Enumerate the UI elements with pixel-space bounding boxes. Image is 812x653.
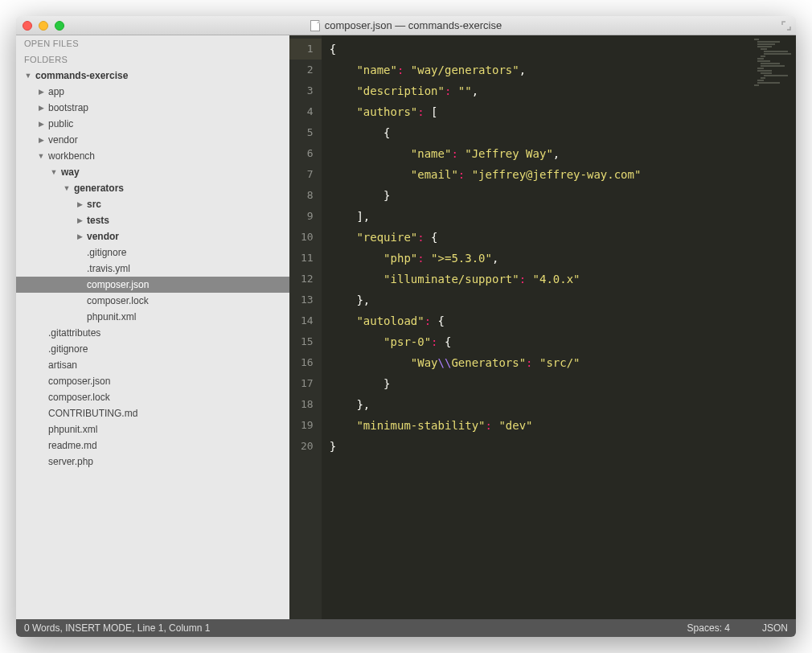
folder-item-bootstrap[interactable]: ▶bootstrap bbox=[16, 100, 289, 116]
code-line[interactable]: } bbox=[330, 436, 796, 457]
folder-item-way[interactable]: ▼way bbox=[16, 164, 289, 180]
tree-item-label: .gitignore bbox=[87, 247, 126, 258]
sidebar[interactable]: OPEN FILES FOLDERS ▼commands-exercise▶ap… bbox=[16, 35, 289, 619]
code-line[interactable]: }, bbox=[330, 394, 796, 415]
file-item--travis-yml[interactable]: .travis.yml bbox=[16, 261, 289, 277]
line-number[interactable]: 14 bbox=[301, 310, 314, 331]
code-line[interactable]: "illuminate/support": "4.0.x" bbox=[330, 269, 796, 290]
folder-item-src[interactable]: ▶src bbox=[16, 196, 289, 212]
line-number[interactable]: 3 bbox=[301, 80, 314, 101]
chevron-down-icon[interactable]: ▼ bbox=[24, 72, 32, 80]
folders-header: FOLDERS bbox=[16, 51, 289, 68]
line-gutter[interactable]: 1234567891011121314151617181920 bbox=[289, 35, 322, 619]
chevron-down-icon[interactable]: ▼ bbox=[50, 168, 58, 176]
code-area[interactable]: { "name": "way/generators", "description… bbox=[322, 35, 796, 619]
folder-item-commands-exercise[interactable]: ▼commands-exercise bbox=[16, 68, 289, 84]
file-item--gitignore[interactable]: .gitignore bbox=[16, 341, 289, 357]
code-line[interactable]: "autoload": { bbox=[330, 310, 796, 331]
code-line[interactable]: "name": "way/generators", bbox=[330, 60, 796, 80]
line-number[interactable]: 15 bbox=[301, 331, 314, 352]
code-line[interactable]: { bbox=[330, 39, 796, 60]
line-number[interactable]: 12 bbox=[301, 269, 314, 290]
tree-item-label: way bbox=[61, 166, 80, 178]
file-icon bbox=[310, 20, 320, 31]
line-number[interactable]: 16 bbox=[301, 352, 314, 373]
folder-item-vendor[interactable]: ▶vendor bbox=[16, 228, 289, 244]
tree-item-label: vendor bbox=[48, 134, 78, 146]
close-window-button[interactable] bbox=[23, 21, 32, 31]
chevron-right-icon[interactable]: ▶ bbox=[76, 232, 84, 240]
tree-item-label: .gitignore bbox=[48, 343, 88, 355]
chevron-down-icon[interactable]: ▼ bbox=[37, 152, 45, 160]
line-number[interactable]: 8 bbox=[301, 185, 314, 206]
line-number[interactable]: 13 bbox=[301, 290, 314, 310]
file-item-readme-md[interactable]: readme.md bbox=[16, 437, 289, 454]
line-number[interactable]: 4 bbox=[301, 101, 314, 122]
code-line[interactable]: "require": { bbox=[330, 227, 796, 248]
folder-item-public[interactable]: ▶public bbox=[16, 116, 289, 132]
file-item-composer-lock[interactable]: composer.lock bbox=[16, 293, 289, 309]
line-number[interactable]: 5 bbox=[301, 122, 314, 143]
file-item-phpunit-xml[interactable]: phpunit.xml bbox=[16, 309, 289, 325]
file-item-contributing-md[interactable]: CONTRIBUTING.md bbox=[16, 405, 289, 421]
file-item-composer-json[interactable]: composer.json bbox=[16, 277, 289, 293]
line-number[interactable]: 10 bbox=[301, 227, 314, 248]
minimap[interactable] bbox=[754, 39, 793, 103]
code-line[interactable]: "php": ">=5.3.0", bbox=[330, 248, 796, 269]
tree-item-label: generators bbox=[74, 183, 124, 194]
file-item--gitattributes[interactable]: .gitattributes bbox=[16, 325, 289, 341]
file-item-composer-json[interactable]: composer.json bbox=[16, 373, 289, 389]
code-line[interactable]: "email": "jeffrey@jeffrey-way.com" bbox=[330, 164, 796, 185]
code-line[interactable]: "description": "", bbox=[330, 80, 796, 101]
tree-item-label: src bbox=[87, 199, 101, 210]
chevron-right-icon[interactable]: ▶ bbox=[76, 200, 84, 208]
code-line[interactable]: } bbox=[330, 373, 796, 394]
expand-icon[interactable] bbox=[781, 21, 791, 31]
code-line[interactable]: "minimum-stability": "dev" bbox=[330, 415, 796, 436]
line-number[interactable]: 19 bbox=[301, 415, 314, 436]
status-syntax[interactable]: JSON bbox=[762, 622, 788, 634]
chevron-right-icon[interactable]: ▶ bbox=[37, 88, 45, 96]
line-number[interactable]: 9 bbox=[301, 206, 314, 227]
code-line[interactable]: } bbox=[330, 185, 796, 206]
minimize-window-button[interactable] bbox=[39, 21, 48, 31]
line-number[interactable]: 6 bbox=[301, 143, 314, 164]
code-line[interactable]: "authors": [ bbox=[330, 101, 796, 122]
chevron-right-icon[interactable]: ▶ bbox=[37, 136, 45, 144]
line-number[interactable]: 11 bbox=[301, 248, 314, 269]
folder-item-tests[interactable]: ▶tests bbox=[16, 212, 289, 228]
folder-item-generators[interactable]: ▼generators bbox=[16, 180, 289, 196]
line-number[interactable]: 7 bbox=[301, 164, 314, 185]
editor-window: composer.json — commands-exercise OPEN F… bbox=[16, 16, 796, 637]
tree-item-label: artisan bbox=[48, 359, 77, 371]
file-item-composer-lock[interactable]: composer.lock bbox=[16, 389, 289, 405]
code-line[interactable]: { bbox=[330, 122, 796, 143]
chevron-right-icon[interactable]: ▶ bbox=[76, 216, 84, 224]
titlebar[interactable]: composer.json — commands-exercise bbox=[16, 16, 796, 35]
folder-item-workbench[interactable]: ▼workbench bbox=[16, 148, 289, 164]
file-item-server-php[interactable]: server.php bbox=[16, 454, 289, 470]
status-indent[interactable]: Spaces: 4 bbox=[687, 622, 730, 634]
folder-item-vendor[interactable]: ▶vendor bbox=[16, 132, 289, 148]
code-line[interactable]: "psr-0": { bbox=[330, 331, 796, 352]
file-item--gitignore[interactable]: .gitignore bbox=[16, 244, 289, 261]
status-left[interactable]: 0 Words, INSERT MODE, Line 1, Column 1 bbox=[24, 622, 210, 634]
code-editor[interactable]: 1234567891011121314151617181920 { "name"… bbox=[289, 35, 796, 619]
line-number[interactable]: 2 bbox=[301, 60, 314, 80]
code-line[interactable]: }, bbox=[330, 290, 796, 310]
code-line[interactable]: ], bbox=[330, 206, 796, 227]
zoom-window-button[interactable] bbox=[55, 21, 64, 31]
chevron-right-icon[interactable]: ▶ bbox=[37, 104, 45, 112]
line-number[interactable]: 1 bbox=[289, 39, 322, 60]
line-number[interactable]: 18 bbox=[301, 394, 314, 415]
chevron-down-icon[interactable]: ▼ bbox=[63, 184, 71, 192]
code-line[interactable]: "Way\\Generators": "src/" bbox=[330, 352, 796, 373]
file-item-phpunit-xml[interactable]: phpunit.xml bbox=[16, 421, 289, 437]
line-number[interactable]: 17 bbox=[301, 373, 314, 394]
folder-item-app[interactable]: ▶app bbox=[16, 84, 289, 100]
file-item-artisan[interactable]: artisan bbox=[16, 357, 289, 373]
code-line[interactable]: "name": "Jeffrey Way", bbox=[330, 143, 796, 164]
chevron-right-icon[interactable]: ▶ bbox=[37, 120, 45, 128]
statusbar: 0 Words, INSERT MODE, Line 1, Column 1 S… bbox=[16, 619, 796, 637]
line-number[interactable]: 20 bbox=[301, 436, 314, 457]
